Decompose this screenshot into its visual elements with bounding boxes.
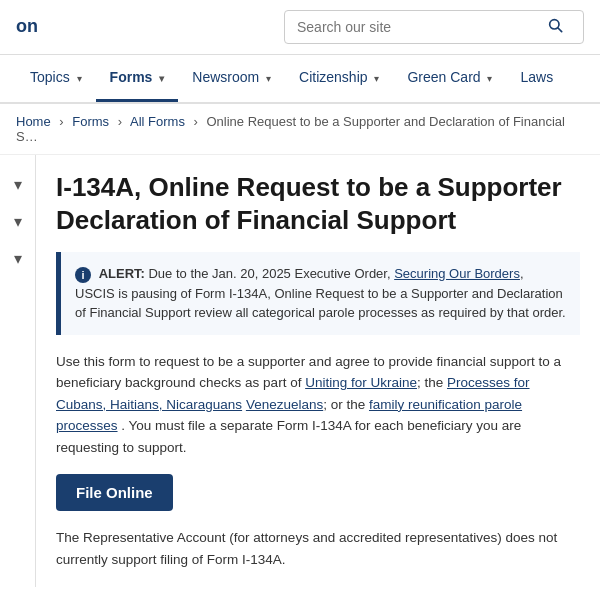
nav-link-newsroom[interactable]: Newsroom ▾	[178, 55, 285, 99]
breadcrumb-sep: ›	[194, 114, 198, 129]
sidebar-toggle-3[interactable]: ▾	[14, 249, 22, 268]
nav-item-greencard[interactable]: Green Card ▾	[393, 55, 506, 102]
chevron-down-icon: ▾	[77, 73, 82, 84]
nav-item-topics[interactable]: Topics ▾	[16, 55, 96, 102]
breadcrumb-sep: ›	[118, 114, 122, 129]
body-text: Use this form to request to be a support…	[56, 351, 580, 459]
sidebar-toggle-1[interactable]: ▾	[14, 175, 22, 194]
file-online-button[interactable]: File Online	[56, 474, 173, 511]
search-icon-button[interactable]	[547, 17, 563, 37]
logo: on	[16, 17, 38, 37]
main-nav: Topics ▾ Forms ▾ Newsroom ▾ Citizenship …	[0, 55, 600, 104]
alert-text-before: Due to the Jan. 20, 2025 Executive Order…	[148, 266, 390, 281]
page-title: I-134A, Online Request to be a Supporter…	[56, 171, 580, 236]
svg-line-1	[558, 28, 562, 32]
nav-item-newsroom[interactable]: Newsroom ▾	[178, 55, 285, 102]
breadcrumb-home[interactable]: Home	[16, 114, 51, 129]
breadcrumb: Home › Forms › All Forms › Online Reques…	[0, 104, 600, 155]
content-wrapper: ▾ ▾ ▾ I-134A, Online Request to be a Sup…	[0, 155, 600, 587]
breadcrumb-all-forms[interactable]: All Forms	[130, 114, 185, 129]
chevron-down-icon: ▾	[374, 73, 379, 84]
alert-link[interactable]: Securing Our Borders	[394, 266, 520, 281]
main-content: I-134A, Online Request to be a Supporter…	[36, 155, 600, 587]
logo-text: on	[16, 17, 38, 37]
sidebar-toggle-2[interactable]: ▾	[14, 212, 22, 231]
sidebar: ▾ ▾ ▾	[0, 155, 36, 587]
info-icon: i	[75, 267, 91, 283]
nav-link-laws[interactable]: Laws	[506, 55, 567, 99]
alert-label: ALERT:	[99, 266, 145, 281]
site-header: on	[0, 0, 600, 55]
nav-link-topics[interactable]: Topics ▾	[16, 55, 96, 99]
rep-text: The Representative Account (for attorney…	[56, 527, 580, 570]
chevron-down-icon: ▾	[159, 73, 164, 84]
chevron-down-icon: ▾	[266, 73, 271, 84]
nav-item-laws[interactable]: Laws	[506, 55, 567, 102]
breadcrumb-sep: ›	[59, 114, 63, 129]
nav-link-forms[interactable]: Forms ▾	[96, 55, 179, 102]
nav-link-citizenship[interactable]: Citizenship ▾	[285, 55, 393, 99]
link-ukraine[interactable]: Uniting for Ukraine	[305, 375, 417, 390]
link-venezuelans[interactable]: Venezuelans	[246, 397, 323, 412]
search-bar[interactable]	[284, 10, 584, 44]
breadcrumb-forms[interactable]: Forms	[72, 114, 109, 129]
search-icon	[547, 17, 563, 33]
nav-link-greencard[interactable]: Green Card ▾	[393, 55, 506, 99]
nav-item-forms[interactable]: Forms ▾	[96, 55, 179, 102]
chevron-down-icon: ▾	[487, 73, 492, 84]
search-input[interactable]	[297, 19, 547, 35]
nav-item-citizenship[interactable]: Citizenship ▾	[285, 55, 393, 102]
alert-box: i ALERT: Due to the Jan. 20, 2025 Execut…	[56, 252, 580, 335]
